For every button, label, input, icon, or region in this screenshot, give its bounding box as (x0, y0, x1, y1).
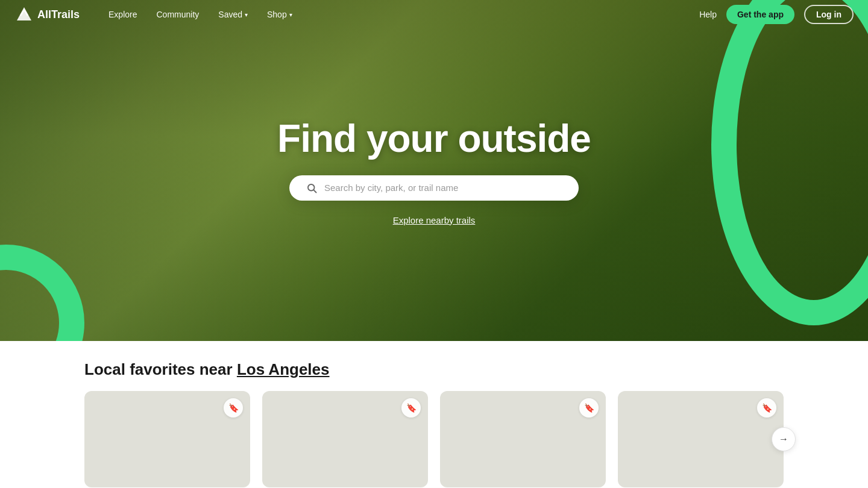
search-icon (306, 183, 317, 193)
bookmark-icon-4: 🔖 (762, 403, 772, 413)
bookmark-button-2[interactable]: 🔖 (401, 398, 421, 418)
login-button[interactable]: Log in (804, 5, 854, 24)
trail-cards-row: 🔖 🔖 🔖 🔖 → (84, 391, 784, 487)
trail-card-1: 🔖 (84, 391, 250, 487)
logo-link[interactable]: AllTrails (14, 5, 80, 24)
bookmark-button-1[interactable]: 🔖 (224, 398, 243, 418)
trail-card-2: 🔖 (262, 391, 428, 487)
navbar-right: Help Get the app Log in (699, 5, 854, 24)
location-link[interactable]: Los Angeles (237, 360, 330, 378)
trail-card-3: 🔖 (440, 391, 606, 487)
search-bar[interactable] (289, 175, 579, 201)
help-link[interactable]: Help (699, 10, 717, 19)
local-title: Local favorites near Los Angeles (84, 360, 784, 379)
navbar: AllTrails Explore Community Saved ▾ Shop… (0, 0, 868, 29)
alltrails-logo-icon (14, 5, 34, 24)
bookmark-button-3[interactable]: 🔖 (579, 398, 599, 418)
hero-content: Find your outside Explore nearby trails (277, 116, 591, 225)
bookmark-icon-3: 🔖 (584, 403, 594, 413)
explore-nearby-link[interactable]: Explore nearby trails (393, 215, 476, 225)
local-section: Local favorites near Los Angeles 🔖 🔖 🔖 🔖… (0, 341, 868, 487)
nav-explore[interactable]: Explore (99, 0, 146, 29)
saved-chevron-icon: ▾ (245, 11, 248, 18)
search-input[interactable] (324, 183, 562, 193)
next-arrow-icon: → (779, 434, 788, 445)
nav-shop[interactable]: Shop ▾ (257, 0, 302, 29)
hero-section: Find your outside Explore nearby trails (0, 0, 868, 341)
get-app-button[interactable]: Get the app (726, 5, 794, 24)
svg-line-1 (313, 190, 316, 192)
logo-text: AllTrails (37, 8, 80, 21)
bookmark-icon-1: 🔖 (228, 403, 239, 413)
nav-links: Explore Community Saved ▾ Shop ▾ (99, 0, 699, 29)
bookmark-icon-2: 🔖 (406, 403, 417, 413)
hero-title: Find your outside (277, 116, 591, 161)
shop-chevron-icon: ▾ (289, 11, 292, 18)
nav-saved[interactable]: Saved ▾ (209, 0, 257, 29)
trail-card-4: 🔖 (618, 391, 784, 487)
bookmark-button-4[interactable]: 🔖 (757, 398, 776, 418)
nav-community[interactable]: Community (147, 0, 209, 29)
cards-next-button[interactable]: → (772, 427, 796, 451)
